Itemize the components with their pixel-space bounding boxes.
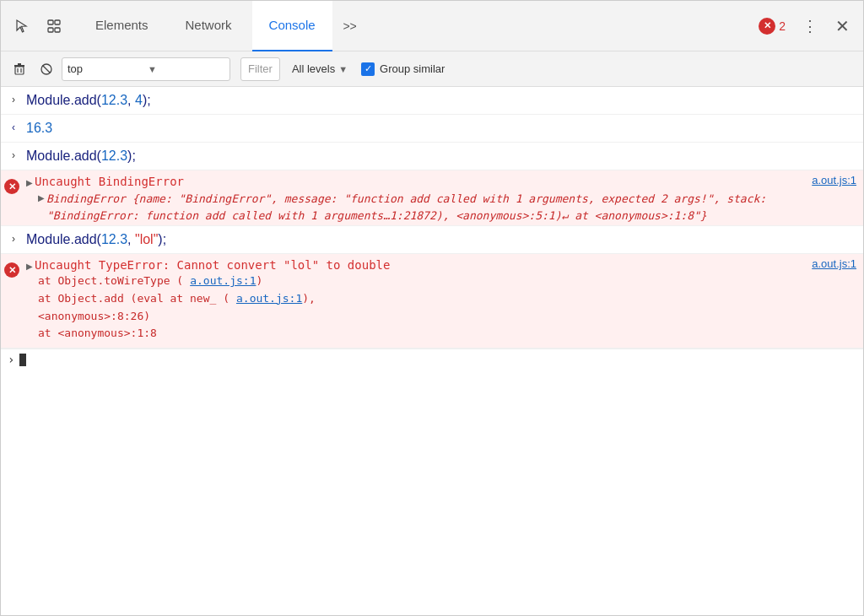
levels-chevron-icon: ▼: [338, 64, 348, 74]
error-source-2[interactable]: a.out.js:1: [812, 257, 856, 270]
levels-dropdown[interactable]: All levels ▼: [287, 57, 353, 81]
clear-console-button[interactable]: [8, 57, 31, 81]
error-icon-2: ✕: [4, 262, 19, 278]
block-messages-button[interactable]: [35, 57, 58, 81]
output-prefix: ‹: [1, 118, 26, 133]
expand-triangle-icon[interactable]: ▶: [26, 178, 33, 187]
error-source-1[interactable]: a.out.js:1: [812, 174, 856, 186]
console-row: › Module.add(12.3, "lol");: [1, 226, 863, 254]
console-toolbar: top ▼ Filter All levels ▼ ✓ Group simila…: [1, 51, 863, 87]
console-prompt-row[interactable]: ›: [1, 349, 863, 370]
console-output-area: › Module.add(12.3, 4); ‹ 16.3 › Module.a…: [1, 87, 863, 616]
element-picker-icon[interactable]: [40, 12, 68, 41]
input-prefix: ›: [1, 90, 26, 105]
group-similar-toggle[interactable]: ✓ Group similar: [361, 62, 445, 76]
tab-elements[interactable]: Elements: [78, 1, 165, 51]
input-prefix: ›: [1, 146, 26, 161]
console-row: › Module.add(12.3);: [1, 143, 863, 170]
expand-triangle-3-icon[interactable]: ▶: [26, 262, 33, 271]
error-content-2: ▶Uncaught TypeError: Cannot convert "lol…: [26, 257, 856, 348]
svg-line-9: [43, 65, 51, 73]
error-icon: ✕: [4, 179, 19, 194]
svg-rect-3: [55, 28, 60, 32]
expand-triangle-2-icon[interactable]: ▶: [38, 193, 45, 203]
svg-rect-1: [55, 20, 60, 24]
devtools-icons: [8, 12, 68, 41]
console-input-1: Module.add(12.3, 4);: [26, 90, 856, 111]
filter-input[interactable]: Filter: [240, 57, 280, 81]
group-similar-checkbox[interactable]: ✓: [361, 62, 375, 76]
close-devtools-button[interactable]: ✕: [828, 12, 856, 41]
more-tabs-button[interactable]: >>: [336, 12, 364, 41]
cursor: [19, 354, 26, 366]
svg-rect-0: [48, 20, 53, 24]
console-error-row-2: ✕ ▶Uncaught TypeError: Cannot convert "l…: [1, 254, 863, 349]
tab-console[interactable]: Console: [252, 1, 332, 51]
more-options-button[interactable]: ⋮: [796, 12, 824, 41]
context-selector[interactable]: top ▼: [62, 57, 230, 81]
console-error-row-1: ✕ ▶Uncaught BindingError a.out.js:1 ▶ Bi…: [1, 170, 863, 226]
console-row: › Module.add(12.3, 4);: [1, 87, 863, 115]
console-row: ‹ 16.3: [1, 115, 863, 143]
input-prefix: ›: [1, 230, 26, 245]
tab-network[interactable]: Network: [169, 1, 249, 51]
context-chevron-icon: ▼: [148, 64, 224, 74]
error-badge: ✕ 2: [759, 18, 786, 35]
error-badge-icon: ✕: [759, 18, 775, 35]
console-output-1: 16.3: [26, 118, 856, 138]
console-input-2: Module.add(12.3);: [26, 146, 856, 166]
svg-rect-5: [15, 67, 24, 74]
svg-rect-2: [48, 28, 53, 32]
error-stack-trace: at Object.toWireType (a.out.js:1) at Obj…: [26, 273, 856, 348]
stack-source-2[interactable]: a.out.js:1: [236, 292, 302, 305]
error-content-1: ▶Uncaught BindingError a.out.js:1 ▶ Bind…: [26, 174, 856, 224]
console-input-3: Module.add(12.3, "lol");: [26, 230, 856, 250]
stack-source-1[interactable]: a.out.js:1: [190, 274, 256, 287]
prompt-symbol: ›: [8, 353, 14, 366]
tab-bar: Elements Network Console >> ✕ 2 ⋮ ✕: [1, 1, 863, 51]
cursor-icon[interactable]: [8, 12, 36, 41]
